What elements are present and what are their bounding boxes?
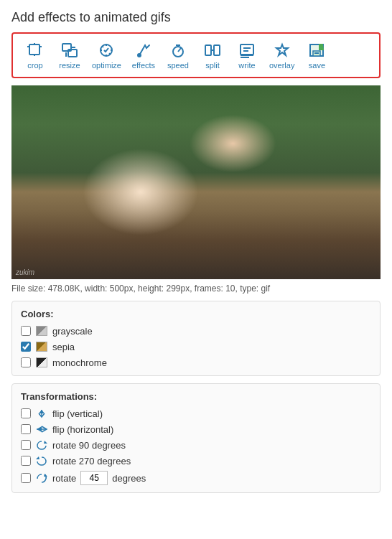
degrees-suffix: degrees [112,473,146,484]
rotate-270-icon [35,455,48,467]
flip-vertical-icon [35,408,48,419]
rotate-custom-icon [35,472,48,484]
save-icon [306,41,327,60]
flip-vertical-row: flip (vertical) [21,408,371,419]
flip-vertical-checkbox[interactable] [21,408,31,418]
crop-icon [24,41,46,60]
watermark-text: zukim [16,268,34,276]
rotate-90-row: rotate 90 degrees [21,439,371,451]
gif-preview-area: zukim [11,85,381,279]
transformations-title: Transformations: [21,391,371,402]
optimize-button[interactable]: optimize [88,38,126,72]
flip-horizontal-checkbox[interactable] [21,424,31,434]
split-label: split [205,61,220,70]
page-title: Add effects to animated gifs [11,10,381,25]
page-container: Add effects to animated gifs crop [0,0,392,510]
flip-horizontal-label[interactable]: flip (horizontal) [52,424,113,435]
toolbar: crop resize [11,32,381,78]
monochrome-icon [35,357,48,368]
split-button[interactable]: split [196,38,229,72]
effects-icon [133,41,154,60]
rotate-270-row: rotate 270 degrees [21,455,371,467]
gif-image [11,85,381,279]
monochrome-label[interactable]: monochrome [52,357,107,368]
resize-icon [59,41,80,60]
sepia-icon [35,341,48,352]
svg-line-14 [103,47,103,47]
svg-rect-0 [29,44,39,55]
svg-line-20 [178,48,181,52]
file-info: File size: 478.08K, width: 500px, height… [11,283,381,294]
flip-horizontal-icon [35,423,48,435]
split-icon [202,41,223,60]
rotate-90-checkbox[interactable] [21,440,31,450]
rotate-90-icon [35,439,48,451]
optimize-label: optimize [92,61,121,70]
crop-label: crop [27,61,42,70]
rotate-90-label[interactable]: rotate 90 degrees [52,440,126,451]
save-label: save [309,61,325,70]
grayscale-label[interactable]: grayscale [52,326,93,337]
save-button[interactable]: save [300,38,333,72]
rotate-custom-checkbox[interactable] [21,473,31,483]
write-icon [236,41,258,60]
svg-rect-22 [214,45,220,55]
rotate-custom-row: rotate degrees [21,471,371,485]
rotate-custom-label[interactable]: rotate [52,473,76,484]
rotate-270-checkbox[interactable] [21,456,31,466]
grayscale-icon [35,325,48,337]
rotate-degrees-input[interactable] [80,471,108,485]
write-label: write [238,61,255,70]
grayscale-checkbox[interactable] [21,326,31,336]
rotate-270-label[interactable]: rotate 270 degrees [52,456,131,467]
colors-section: Colors: grayscale sepia monochrome [11,301,381,376]
effects-button[interactable]: effects [127,38,160,72]
transformations-section: Transformations: flip (vertical) [11,383,381,493]
sepia-checkbox[interactable] [21,342,31,352]
sepia-label[interactable]: sepia [52,342,75,352]
speed-button[interactable]: speed [162,38,195,72]
effects-label: effects [132,61,155,70]
svg-rect-24 [241,44,253,55]
resize-label: resize [59,61,80,70]
overlay-button[interactable]: overlay [265,38,299,72]
flip-vertical-label[interactable]: flip (vertical) [52,408,103,419]
monochrome-checkbox[interactable] [21,357,31,367]
sepia-row: sepia [21,341,371,352]
optimize-icon [95,41,117,60]
resize-button[interactable]: resize [53,38,86,72]
speed-icon [167,41,189,60]
flip-horizontal-row: flip (horizontal) [21,423,371,435]
speed-label: speed [167,61,189,70]
colors-title: Colors: [21,309,371,319]
svg-line-15 [110,53,111,54]
grayscale-row: grayscale [21,325,371,337]
crop-button[interactable]: crop [19,38,52,72]
monochrome-row: monochrome [21,357,371,368]
overlay-icon [271,41,293,60]
write-button[interactable]: write [230,38,263,72]
svg-point-16 [138,54,141,57]
overlay-label: overlay [269,61,294,70]
svg-rect-21 [205,45,211,55]
